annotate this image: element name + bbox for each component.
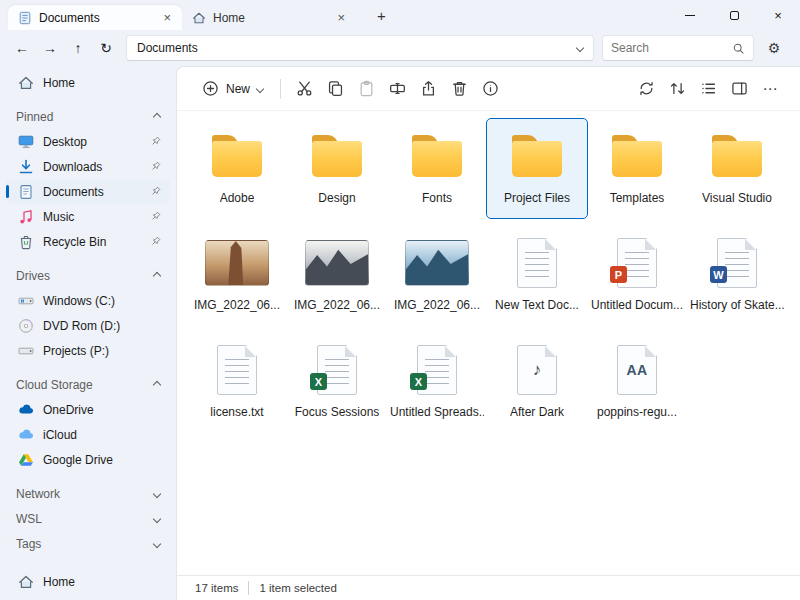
sidebar-section-wsl[interactable]: WSL: [6, 507, 170, 531]
file-label: IMG_2022_06...: [294, 298, 380, 312]
sidebar-item-desktop[interactable]: Desktop: [6, 129, 170, 154]
share-button[interactable]: [413, 73, 444, 104]
cut-button[interactable]: [289, 73, 320, 104]
sidebar-item-label: Google Drive: [43, 453, 162, 467]
forward-button[interactable]: →: [36, 35, 64, 62]
sidebar-item-google-drive[interactable]: Google Drive: [6, 447, 170, 472]
downloads-icon: [18, 159, 34, 175]
sidebar-item-recycle-bin[interactable]: Recycle Bin: [6, 229, 170, 254]
file-label: Untitled Spreads...: [390, 405, 484, 419]
window-body: Home Pinned Desktop Downloads Documents: [0, 66, 800, 600]
file-item-fonts[interactable]: Fonts: [387, 119, 487, 218]
delete-button[interactable]: [444, 73, 475, 104]
tab-label: Home: [213, 11, 325, 25]
sidebar-item-downloads[interactable]: Downloads: [6, 154, 170, 179]
refresh-button[interactable]: ↻: [92, 35, 120, 62]
properties-button[interactable]: [475, 73, 506, 104]
sync-button[interactable]: [631, 73, 662, 104]
sidebar-item-label: OneDrive: [43, 403, 162, 417]
file-item-adobe[interactable]: Adobe: [187, 119, 287, 218]
sidebar-item-home-bottom[interactable]: Home: [6, 569, 170, 594]
sidebar-item-home[interactable]: Home: [6, 70, 170, 95]
sidebar-section-tags[interactable]: Tags: [6, 532, 170, 556]
new-button[interactable]: New: [193, 74, 272, 103]
file-label: Untitled Docum...: [591, 298, 683, 312]
pin-icon: [149, 160, 162, 173]
search-input[interactable]: [611, 41, 732, 55]
sort-button[interactable]: [662, 73, 693, 104]
search-icon: [732, 42, 745, 55]
details-pane-button[interactable]: [724, 73, 755, 104]
close-button[interactable]: ×: [756, 0, 800, 30]
sidebar-item-label: Desktop: [43, 135, 140, 149]
tab-close-icon[interactable]: ×: [158, 10, 176, 25]
sidebar-item-documents[interactable]: Documents: [6, 179, 170, 204]
folder-icon: [710, 128, 764, 184]
pin-icon: [149, 185, 162, 198]
copy-button[interactable]: [320, 73, 351, 104]
chevron-down-icon[interactable]: [576, 44, 584, 52]
file-item-visual-studio[interactable]: Visual Studio: [687, 119, 787, 218]
trash-icon: [451, 80, 468, 97]
sidebar-item-label: Windows (C:): [43, 294, 162, 308]
sidebar-item-label: Documents: [43, 185, 140, 199]
sync-icon: [638, 80, 655, 97]
tab-close-icon[interactable]: ×: [332, 10, 350, 25]
tab-documents[interactable]: Documents ×: [8, 5, 182, 30]
section-label: Drives: [16, 269, 50, 283]
sidebar-section-pinned[interactable]: Pinned: [6, 105, 170, 129]
file-item-focus-sessions[interactable]: X Focus Sessions: [287, 333, 387, 432]
file-item-project-files[interactable]: Project Files: [487, 119, 587, 218]
powerpoint-badge: P: [610, 266, 627, 283]
file-item-design[interactable]: Design: [287, 119, 387, 218]
file-item-untitled-spreadsheet[interactable]: X Untitled Spreads...: [387, 333, 487, 432]
more-options-button[interactable]: ⋯: [755, 73, 786, 104]
paste-button[interactable]: [351, 73, 382, 104]
sort-icon: [669, 80, 686, 97]
file-item-untitled-document[interactable]: P Untitled Docum...: [587, 226, 687, 325]
dvd-icon: [18, 318, 34, 334]
sidebar-item-label: iCloud: [43, 428, 162, 442]
sidebar-section-cloud-storage[interactable]: Cloud Storage: [6, 373, 170, 397]
sidebar-item-icloud[interactable]: iCloud: [6, 422, 170, 447]
view-button[interactable]: [693, 73, 724, 104]
search-box[interactable]: [602, 35, 754, 61]
folder-icon: [510, 128, 564, 184]
file-item-history-of-skate[interactable]: W History of Skate...: [687, 226, 787, 325]
command-toolbar: New: [177, 67, 800, 111]
maximize-button[interactable]: [712, 0, 756, 30]
back-button[interactable]: ←: [8, 35, 36, 62]
address-bar[interactable]: Documents: [126, 35, 594, 61]
sidebar-item-dvd-rom[interactable]: DVD Rom (D:): [6, 313, 170, 338]
sidebar-section-network[interactable]: Network: [6, 482, 170, 506]
up-button[interactable]: ↑: [64, 35, 92, 62]
sidebar-item-windows-c[interactable]: Windows (C:): [6, 288, 170, 313]
sidebar-item-projects[interactable]: Projects (P:): [6, 338, 170, 363]
drive-icon: [18, 343, 34, 359]
home-icon: [18, 75, 34, 91]
file-item-img2[interactable]: IMG_2022_06...: [287, 226, 387, 325]
minimize-button[interactable]: [668, 0, 712, 30]
file-item-license[interactable]: license.txt: [187, 333, 287, 432]
file-item-img1[interactable]: IMG_2022_06...: [187, 226, 287, 325]
music-note-icon: ♪: [518, 346, 556, 394]
sidebar-section-drives[interactable]: Drives: [6, 264, 170, 288]
file-item-after-dark[interactable]: ♪ After Dark: [487, 333, 587, 432]
sidebar-item-onedrive[interactable]: OneDrive: [6, 397, 170, 422]
rename-button[interactable]: [382, 73, 413, 104]
new-tab-button[interactable]: +: [370, 5, 393, 26]
file-item-img3[interactable]: IMG_2022_06...: [387, 226, 487, 325]
selection-count: 1 item selected: [259, 582, 336, 594]
settings-gear-button[interactable]: ⚙: [760, 35, 788, 62]
icloud-icon: [18, 427, 34, 443]
file-item-templates[interactable]: Templates: [587, 119, 687, 218]
tab-home[interactable]: Home ×: [182, 5, 356, 30]
items-count: 17 items: [195, 582, 238, 594]
chevron-up-icon: [153, 113, 161, 121]
document-icon: [18, 11, 32, 25]
info-circle-icon: [482, 80, 499, 97]
file-item-new-text-doc[interactable]: New Text Doc...: [487, 226, 587, 325]
excel-file-icon: X: [417, 342, 457, 398]
sidebar-item-music[interactable]: Music: [6, 204, 170, 229]
file-item-poppins-font[interactable]: AA poppins-regu...: [587, 333, 687, 432]
